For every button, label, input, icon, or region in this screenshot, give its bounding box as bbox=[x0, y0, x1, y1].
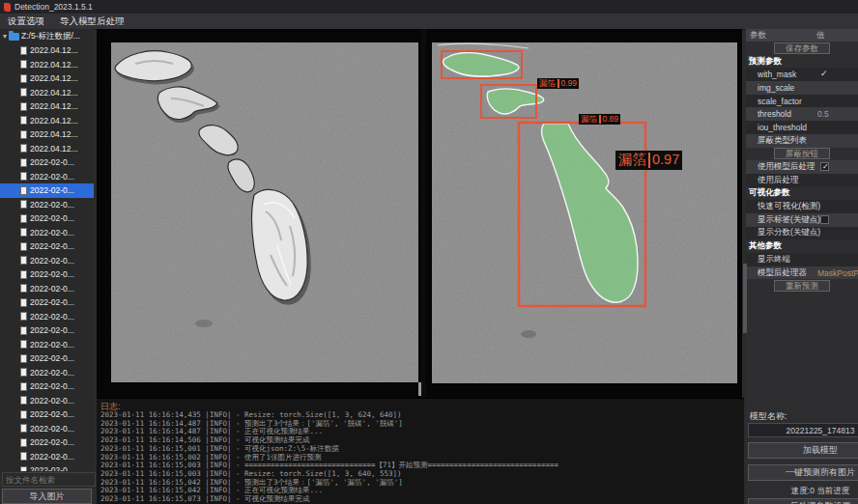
tree-file-item[interactable]: 2022-02-0... bbox=[0, 366, 94, 380]
file-icon bbox=[20, 298, 27, 307]
tree-file-item[interactable]: 2022-02-0... bbox=[0, 422, 94, 436]
file-icon bbox=[20, 396, 27, 405]
param-row[interactable]: 模型后处理器MaskPostPro bbox=[746, 266, 858, 280]
params-header-name: 参数 bbox=[746, 30, 816, 42]
param-name: 显示标签(关键点) bbox=[746, 214, 820, 226]
tree-file-item[interactable]: 2022-02-0... bbox=[0, 379, 94, 394]
tree-file-item[interactable]: 2022-02-0... bbox=[0, 226, 94, 240]
log-panel: 日志: 2023-01-11 16:16:14,435 |INFO| - Res… bbox=[97, 398, 744, 504]
postprocess-params-button[interactable]: 后处理参数设置 bbox=[748, 498, 858, 504]
param-row[interactable]: 显示标签(关键点) bbox=[746, 213, 858, 227]
menu-settings[interactable]: 设置选项 bbox=[8, 15, 44, 28]
tree-file-item[interactable]: 2022-02-0... bbox=[0, 338, 94, 352]
param-row[interactable]: 屏蔽类型列表 bbox=[746, 134, 858, 148]
file-icon bbox=[20, 354, 27, 363]
menu-bar: 设置选项 导入模型后处理 bbox=[0, 14, 858, 30]
detection-label: 漏箔 0.99 bbox=[537, 78, 579, 89]
tree-file-item[interactable]: 2022-02-0... bbox=[0, 295, 94, 310]
tree-file-item[interactable]: 2022-02-0... bbox=[0, 211, 94, 226]
tree-file-item[interactable]: 2022-02-0... bbox=[0, 435, 94, 450]
tree-file-item[interactable]: 2022-02-0... bbox=[0, 323, 94, 338]
load-model-button[interactable]: 加载模型 bbox=[748, 442, 858, 459]
tree-file-label: 2022-02-0... bbox=[30, 409, 74, 419]
prediction-image[interactable] bbox=[432, 42, 737, 383]
tree-file-label: 2022-02-0... bbox=[30, 452, 74, 462]
file-icon bbox=[20, 284, 27, 293]
tree-file-item[interactable]: 2022-02-0... bbox=[0, 282, 94, 296]
splitter-handle[interactable] bbox=[418, 382, 421, 396]
tree-file-item[interactable]: 2022-02-0... bbox=[0, 254, 94, 268]
tree-file-item[interactable]: 2022.04.12... bbox=[0, 114, 94, 128]
file-icon bbox=[20, 438, 27, 447]
detection-label: 漏箔 0.89 bbox=[579, 114, 620, 125]
app-icon bbox=[4, 3, 11, 12]
params-button-row[interactable]: 重新预测 bbox=[746, 279, 858, 293]
tree-file-item[interactable]: 2022-02-0... bbox=[0, 267, 94, 282]
tree-file-item[interactable]: 2022.04.12... bbox=[0, 142, 94, 156]
tree-file-item[interactable]: 2022.04.12... bbox=[0, 71, 94, 86]
tree-root-folder[interactable]: ▾ Z:/5-标注数据/... bbox=[0, 29, 94, 43]
tree-file-item[interactable]: 2022-02-0... bbox=[0, 170, 94, 184]
tree-file-item[interactable]: 2022-02-0 bbox=[0, 463, 94, 471]
detection-score: 0.97 bbox=[652, 153, 679, 168]
params-scrollbar[interactable] bbox=[743, 264, 747, 333]
model-name-field[interactable]: 20221225_174813 bbox=[748, 423, 858, 437]
param-row[interactable]: 显示分数(关键点) bbox=[746, 227, 858, 240]
param-row[interactable]: with_mask✓ bbox=[746, 68, 858, 81]
folder-icon bbox=[9, 33, 19, 41]
tree-file-item[interactable]: 2022.04.12... bbox=[0, 43, 94, 58]
tree-file-item[interactable]: 2022.04.12... bbox=[0, 58, 94, 72]
tree-file-item[interactable]: 2022-02-0... bbox=[0, 155, 94, 170]
tree-file-item[interactable]: 2022-02-0... bbox=[0, 239, 94, 254]
tree-file-label: 2022.04.12... bbox=[30, 129, 78, 139]
tree-file-item[interactable]: 2022-02-0... bbox=[0, 198, 94, 212]
param-row[interactable]: img_scale bbox=[746, 81, 858, 95]
param-row[interactable]: 使用后处理 bbox=[746, 174, 858, 187]
original-image[interactable] bbox=[111, 42, 418, 382]
menu-import-model-postprocess[interactable]: 导入模型后处理 bbox=[60, 15, 125, 28]
import-images-button[interactable]: 导入图片 bbox=[2, 489, 92, 504]
tree-file-item[interactable]: 2022-02-0... bbox=[0, 394, 94, 408]
tree-file-label: 2022-02-0... bbox=[30, 312, 74, 322]
title-bar: Detection_2023.1.5.1 bbox=[0, 0, 858, 14]
chevron-down-icon[interactable]: ▾ bbox=[3, 32, 7, 41]
tree-file-label: 2022-02-0... bbox=[30, 396, 74, 406]
tree-file-label: 2022.04.12... bbox=[30, 88, 78, 98]
param-action-button[interactable]: 保存参数 bbox=[774, 42, 830, 54]
param-row[interactable]: 使用模型后处理 bbox=[746, 160, 858, 174]
tree-file-item[interactable]: 2022.04.12... bbox=[0, 127, 94, 142]
file-icon bbox=[20, 410, 27, 419]
tree-file-item[interactable]: 2022-02-0... bbox=[0, 407, 94, 422]
param-action-button[interactable]: 屏蔽按钮 bbox=[774, 148, 830, 159]
tree-file-item[interactable]: 2022-02-0... bbox=[0, 183, 94, 198]
filename-search-input[interactable] bbox=[2, 472, 96, 487]
params-button-row[interactable]: 保存参数 bbox=[746, 42, 858, 55]
file-icon bbox=[20, 326, 27, 335]
param-row[interactable]: scale_factor bbox=[746, 95, 858, 108]
file-tree-panel: ▾ Z:/5-标注数据/... 2022.04.12...2022.04.12.… bbox=[0, 29, 94, 471]
tree-file-item[interactable]: 2022-02-0... bbox=[0, 310, 94, 324]
tree-file-item[interactable]: 2022.04.12... bbox=[0, 99, 94, 114]
param-checkbox[interactable] bbox=[820, 215, 829, 224]
model-section: 模型名称: 20221225_174813 加载模型 一键预测所有图片 速度:0… bbox=[746, 398, 858, 504]
tree-file-label: 2022-02-0... bbox=[30, 381, 74, 391]
param-row[interactable]: 快速可视化(检测) bbox=[746, 200, 858, 213]
tree-file-item[interactable]: 2022-02-0... bbox=[0, 351, 94, 366]
tree-file-item[interactable]: 2022-02-0... bbox=[0, 450, 94, 464]
param-row[interactable]: threshold0.5 bbox=[746, 107, 858, 121]
tree-file-label: 2022-02-0... bbox=[30, 297, 74, 307]
params-button-row[interactable]: 屏蔽按钮 bbox=[746, 148, 858, 161]
app-window: Detection_2023.1.5.1 设置选项 导入模型后处理 ▾ Z:/5… bbox=[0, 0, 858, 504]
file-icon bbox=[20, 200, 27, 209]
params-section-header[interactable]: 预测参数 bbox=[746, 55, 858, 69]
param-action-button[interactable]: 重新预测 bbox=[774, 280, 830, 292]
tree-file-item[interactable]: 2022.04.12... bbox=[0, 86, 94, 100]
params-section-header[interactable]: 其他参数 bbox=[746, 239, 858, 253]
param-row[interactable]: 显示终端 bbox=[746, 253, 858, 266]
param-checkbox[interactable] bbox=[820, 162, 829, 171]
params-section-header[interactable]: 可视化参数 bbox=[746, 187, 858, 201]
predict-all-button[interactable]: 一键预测所有图片 bbox=[748, 464, 858, 481]
param-name: 使用模型后处理 bbox=[746, 161, 815, 173]
param-row[interactable]: iou_threshold bbox=[746, 121, 858, 134]
file-icon bbox=[20, 116, 27, 125]
